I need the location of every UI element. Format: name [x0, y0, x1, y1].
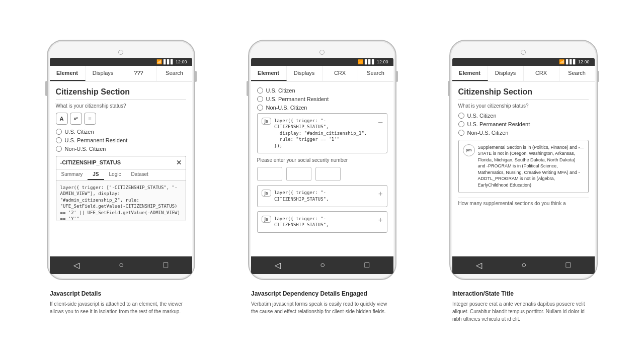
js-tab-js[interactable]: JS — [88, 169, 104, 180]
tab-element-2[interactable]: Element — [251, 66, 287, 81]
tab-crx-3[interactable]: CRX — [524, 66, 559, 81]
pm-avatar: pm — [463, 144, 475, 156]
phone-section-2: 📶 ▋▋▋ 12:00 Element Displays CRX Search … — [231, 40, 413, 315]
back-btn-3[interactable]: ◁ — [476, 260, 482, 270]
dep-expand-2[interactable]: + — [378, 190, 382, 198]
radio-label-3c: Non-U.S. Citizen — [467, 130, 509, 136]
comment-collapse[interactable]: — — [578, 144, 584, 151]
js-panel-close-1[interactable]: ✕ — [176, 159, 182, 166]
radio-permanent-1[interactable]: U.S. Permanent Resident — [56, 137, 186, 143]
phone-frame-3: 📶 ▋▋▋ 12:00 Element Displays CRX Search … — [449, 40, 598, 280]
radio-circle-2c — [257, 105, 263, 111]
phone-frame-2: 📶 ▋▋▋ 12:00 Element Displays CRX Search … — [248, 40, 396, 280]
home-btn-2[interactable]: ○ — [320, 260, 325, 269]
back-btn-2[interactable]: ◁ — [275, 260, 281, 270]
tab-element-3[interactable]: Element — [452, 66, 488, 81]
radio-citizen-1[interactable]: U.S. Citizen — [56, 129, 186, 135]
status-bar-1: 📶 ▋▋▋ 12:00 — [50, 58, 192, 66]
radio-noncitizen-1[interactable]: Non-U.S. Citizen — [56, 146, 186, 152]
format-icons-1: A x² ≡ — [56, 113, 186, 125]
radio-citizen-3[interactable]: U.S. Citizen — [458, 113, 589, 119]
tab-displays-1[interactable]: Displays — [86, 66, 121, 81]
format-btn-A[interactable]: A — [56, 113, 68, 125]
wifi-icon-1: 📶 — [156, 59, 162, 64]
recents-btn-3[interactable]: □ — [566, 260, 571, 269]
caption-title-2: Javascript Dependency Details Engaged — [251, 290, 393, 297]
js-panel-tabs-1[interactable]: Summary JS Logic Dataset — [56, 169, 186, 180]
status-bar-2: 📶 ▋▋▋ 12:00 — [251, 58, 393, 66]
dep-code-1: layer({ trigger: "-CITIZENSHIP_STATUS", … — [274, 118, 375, 149]
signal-icon-2: ▋▋▋ — [365, 59, 375, 64]
radio-noncitizen-3[interactable]: Non-U.S. Citizen — [458, 130, 589, 136]
dep-code-2: layer({ trigger: "-CITIZENSHIP_STATUS", — [274, 190, 375, 202]
radio-circle-2b — [257, 96, 263, 102]
caption-text-2: Verbatim javascript forms speak is easil… — [251, 300, 393, 315]
tab-displays-3[interactable]: Displays — [488, 66, 524, 81]
nav-tabs-1[interactable]: Element Displays ??? Search — [50, 66, 192, 81]
nav-tabs-3[interactable]: Element Displays CRX Search — [452, 66, 595, 81]
caption-1: Javascript Details If client-side javasc… — [48, 290, 194, 315]
tab-element-1[interactable]: Element — [50, 66, 86, 81]
phone-section-3: 📶 ▋▋▋ 12:00 Element Displays CRX Search … — [433, 40, 614, 323]
phone-content-3: Citizenship Section What is your citizen… — [452, 81, 595, 256]
radio-label-3a: U.S. Citizen — [467, 113, 497, 119]
wifi-icon-3: 📶 — [559, 59, 565, 64]
js-tab-logic[interactable]: Logic — [104, 169, 126, 180]
section-subtitle-1: What is your citizenship status? — [56, 103, 186, 109]
ssn-label: Please enter your social security number — [257, 157, 387, 163]
js-panel-header-1: -CITIZENSHIP_STATUS ✕ — [56, 156, 186, 169]
front-camera-3 — [521, 50, 526, 55]
radio-noncitizen-2[interactable]: Non-U.S. Citizen — [257, 105, 387, 111]
signal-icon-1: ▋▋▋ — [164, 59, 174, 64]
side-button-right-2 — [396, 71, 398, 82]
comment-text-3: Supplemental Section is in (Politics, Fi… — [478, 144, 584, 189]
format-btn-x2[interactable]: x² — [70, 113, 82, 125]
radio-circle-1a — [56, 129, 62, 135]
section-subtitle-3: What is your citizenship status? — [458, 103, 589, 109]
tab-search-1[interactable]: Search — [157, 66, 192, 81]
back-btn-1[interactable]: ◁ — [73, 260, 79, 270]
main-container: 📶 ▋▋▋ 12:00 Element Displays ??? Search … — [0, 20, 644, 343]
recents-btn-2[interactable]: □ — [365, 260, 370, 269]
tab-crx-2[interactable]: CRX — [323, 66, 358, 81]
side-button-right-1 — [195, 71, 197, 82]
signal-icon-3: ▋▋▋ — [566, 59, 577, 64]
js-tab-dataset[interactable]: Dataset — [126, 169, 153, 180]
wifi-icon-2: 📶 — [358, 59, 363, 64]
side-button-left-1 — [45, 81, 47, 96]
caption-title-3: Interaction/State Title — [452, 290, 594, 297]
phone-section-1: 📶 ▋▋▋ 12:00 Element Displays ??? Search … — [30, 40, 211, 315]
phone-content-2: U.S. Citizen U.S. Permanent Resident Non… — [251, 81, 393, 256]
radio-label-2b: U.S. Permanent Resident — [266, 96, 329, 102]
js-tab-summary[interactable]: Summary — [56, 169, 88, 180]
tab-search-2[interactable]: Search — [358, 66, 393, 81]
radio-permanent-2[interactable]: U.S. Permanent Resident — [257, 96, 387, 102]
nav-tabs-2[interactable]: Element Displays CRX Search — [251, 66, 393, 81]
tab-search-3[interactable]: Search — [559, 66, 595, 81]
ssn-box-3[interactable] — [315, 167, 341, 181]
tab-qqq-1[interactable]: ??? — [121, 66, 157, 81]
phone-screen-3: 📶 ▋▋▋ 12:00 Element Displays CRX Search … — [452, 58, 595, 274]
recents-btn-1[interactable]: □ — [164, 260, 169, 269]
radio-label-2a: U.S. Citizen — [266, 87, 295, 94]
ssn-box-2[interactable] — [286, 167, 311, 181]
radio-permanent-3[interactable]: U.S. Permanent Resident — [458, 121, 589, 127]
dep-expand-3[interactable]: + — [378, 216, 382, 224]
front-camera-1 — [118, 50, 123, 55]
section-title-3: Citizenship Section — [458, 87, 589, 100]
js-code-1: layer({ trigger: ["-CITIZENSHIP_STATUS",… — [56, 180, 186, 221]
phone-content-1: Citizenship Section What is your citizen… — [50, 81, 192, 256]
phone-screen-1: 📶 ▋▋▋ 12:00 Element Displays ??? Search … — [50, 58, 192, 274]
tab-displays-2[interactable]: Displays — [287, 66, 323, 81]
ssn-box-1[interactable] — [257, 167, 282, 181]
radio-citizen-2[interactable]: U.S. Citizen — [257, 87, 387, 94]
radio-label-1c: Non-U.S. Citizen — [65, 146, 106, 152]
caption-2: Javascript Dependency Details Engaged Ve… — [249, 290, 395, 315]
dep-collapse-1[interactable]: — — [378, 118, 382, 126]
format-btn-list[interactable]: ≡ — [84, 113, 96, 125]
caption-text-3: Integer posuere erat a ante venenatis da… — [452, 300, 594, 323]
js-badge-3: js — [262, 216, 272, 223]
home-btn-3[interactable]: ○ — [521, 260, 526, 269]
js-badge-2: js — [262, 190, 272, 197]
home-btn-1[interactable]: ○ — [119, 260, 124, 269]
